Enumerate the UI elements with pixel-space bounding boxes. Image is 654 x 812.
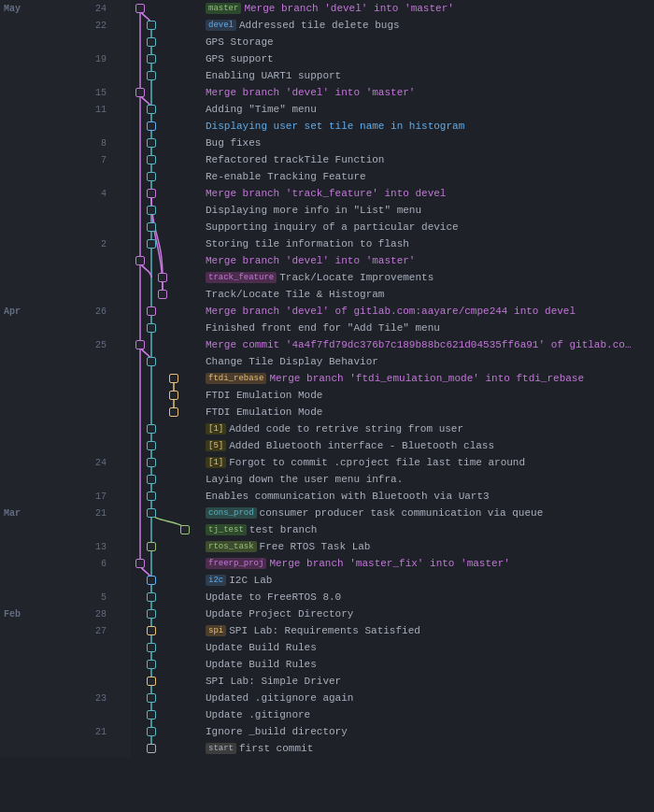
commit-dot[interactable] — [147, 54, 156, 64]
commit-message: Forgot to commit .cproject file last tim… — [229, 457, 525, 468]
commit-dot[interactable] — [135, 340, 145, 349]
commit-dot[interactable] — [147, 323, 156, 333]
commit-dot[interactable] — [147, 206, 156, 215]
commit-dot[interactable] — [147, 592, 156, 602]
month-label: Apr — [4, 306, 21, 317]
commit-dot[interactable] — [147, 306, 156, 316]
commit-message: Update Build Rules — [206, 642, 317, 653]
commit-dot[interactable] — [147, 710, 156, 719]
commit-row: Change Tile Display Behavior — [0, 353, 654, 370]
commit-row: i2cI2C Lab — [0, 572, 654, 589]
commit-message: Displaying more info in "List" menu — [206, 205, 421, 216]
commit-message: Merge branch 'devel' into 'master' — [206, 87, 415, 98]
commit-row: 6freerp_projMerge branch 'master_fix' in… — [0, 555, 654, 572]
commit-dot[interactable] — [147, 626, 156, 635]
commit-dot[interactable] — [135, 559, 145, 568]
commit-dot[interactable] — [147, 677, 156, 686]
day-label: 24 — [95, 458, 107, 468]
commit-dot[interactable] — [147, 121, 156, 131]
commit-dot[interactable] — [180, 525, 190, 534]
commit-row: 4Merge branch 'track_feature' into devel — [0, 185, 654, 202]
commit-row: FTDI Emulation Mode — [0, 387, 654, 404]
commit-dot[interactable] — [147, 357, 156, 366]
commit-message: Update Project Directory — [206, 608, 353, 620]
git-graph: May24masterMerge branch 'devel' into 'ma… — [0, 0, 654, 757]
commit-row: [5]Added Bluetooth interface - Bluetooth… — [0, 437, 654, 454]
commit-row: Laying down the user menu infra. — [0, 471, 654, 488]
commit-dot[interactable] — [147, 744, 156, 753]
commit-message: Re-enable Tracking Feature — [206, 171, 366, 182]
commit-message: Storing tile information to flash — [206, 238, 409, 249]
day-label: 8 — [101, 138, 107, 149]
commit-dot[interactable] — [147, 609, 156, 619]
day-label: 27 — [95, 626, 107, 636]
commit-row: SPI Lab: Simple Driver — [0, 673, 654, 690]
commit-dot[interactable] — [147, 441, 156, 450]
commit-message: Addressed tile delete bugs — [239, 20, 400, 31]
commit-row: GPS Storage — [0, 34, 654, 50]
commit-message: GPS support — [206, 53, 274, 64]
branch-tag: [1] — [206, 457, 226, 468]
day-label: 23 — [95, 693, 107, 704]
commit-dot[interactable] — [147, 21, 156, 30]
day-label: 26 — [95, 306, 107, 317]
commit-row: Displaying user set tile name in histogr… — [0, 118, 654, 135]
commit-dot[interactable] — [147, 542, 156, 551]
branch-tag: freerp_proj — [206, 558, 266, 569]
commit-row: startfirst commit — [0, 740, 654, 757]
commit-message: test branch — [249, 524, 318, 535]
commit-message: Ignore _build directory — [206, 726, 348, 737]
commit-dot[interactable] — [147, 508, 156, 518]
commit-message: Track/Locate Tile & Histogram — [206, 289, 384, 300]
commit-row: 19GPS support — [0, 50, 654, 67]
commit-message: Update Build Rules — [206, 659, 317, 670]
commit-dot[interactable] — [169, 407, 178, 417]
commit-dot[interactable] — [147, 475, 156, 484]
day-label: 25 — [95, 340, 107, 350]
commit-message: Added Bluetooth interface - Bluetooth cl… — [229, 440, 494, 451]
commit-message: FTDI Emulation Mode — [206, 390, 322, 401]
commit-message: Merge commit '4a4f7fd79dc376b7c189b88bc6… — [206, 339, 635, 350]
commit-dot[interactable] — [169, 374, 178, 383]
commit-dot[interactable] — [135, 256, 145, 265]
commit-dot[interactable] — [147, 222, 156, 232]
branch-tag: start — [206, 743, 236, 754]
commit-message: Enabling UART1 support — [206, 70, 341, 81]
commit-message: Merge branch 'devel' of gitlab.com:aayar… — [206, 306, 576, 317]
commit-dot[interactable] — [147, 71, 156, 80]
commit-dot[interactable] — [158, 290, 167, 299]
day-label: 2 — [101, 239, 107, 249]
commit-dot[interactable] — [158, 273, 167, 282]
commit-message: Merge branch 'ftdi_emulation_mode' into … — [269, 373, 584, 384]
commit-row: Supporting inquiry of a particular devic… — [0, 219, 654, 235]
commit-message: GPS Storage — [206, 36, 274, 48]
commit-row: 22develAddressed tile delete bugs — [0, 17, 654, 34]
commit-row: 27spiSPI Lab: Requirements Satisfied — [0, 622, 654, 639]
commit-dot[interactable] — [147, 189, 156, 198]
commit-dot[interactable] — [147, 172, 156, 181]
branch-tag: tj_test — [206, 524, 247, 535]
commit-message: SPI Lab: Requirements Satisfied — [229, 625, 420, 636]
commit-dot[interactable] — [135, 4, 145, 13]
commit-dot[interactable] — [147, 693, 156, 703]
commit-dot[interactable] — [147, 155, 156, 164]
commit-dot[interactable] — [147, 424, 156, 434]
commit-dot[interactable] — [147, 576, 156, 585]
commit-row: [1]Added code to retrive string from use… — [0, 420, 654, 437]
commit-dot[interactable] — [147, 458, 156, 467]
commit-dot[interactable] — [147, 643, 156, 652]
commit-dot[interactable] — [169, 391, 178, 400]
commit-dot[interactable] — [147, 37, 156, 47]
commit-dot[interactable] — [147, 239, 156, 249]
commit-message: Merge branch 'master_fix' into 'master' — [269, 558, 509, 569]
commit-row: tj_testtest branch — [0, 521, 654, 538]
commit-message: FTDI Emulation Mode — [206, 406, 322, 418]
commit-dot[interactable] — [147, 727, 156, 736]
commit-dot[interactable] — [147, 138, 156, 148]
commit-dot[interactable] — [147, 491, 156, 501]
commit-dot[interactable] — [147, 660, 156, 669]
commit-dot[interactable] — [147, 105, 156, 114]
commit-message: Supporting inquiry of a particular devic… — [206, 221, 459, 233]
commit-message: Merge branch 'track_feature' into devel — [206, 188, 446, 199]
commit-dot[interactable] — [135, 88, 145, 97]
